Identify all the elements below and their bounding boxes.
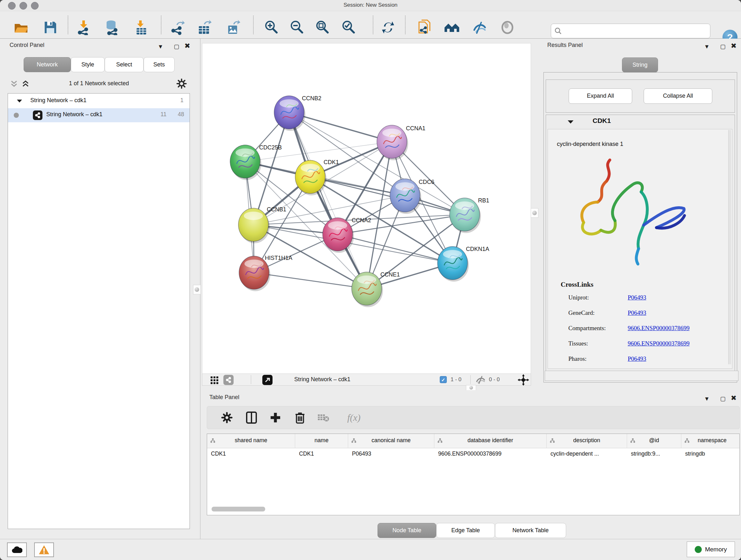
search-field bbox=[551, 23, 711, 38]
tab-sets[interactable]: Sets bbox=[144, 57, 175, 72]
hide-results-eye-button[interactable] bbox=[471, 19, 488, 36]
table-cell[interactable]: stringdb bbox=[681, 448, 740, 461]
create-column-button[interactable] bbox=[268, 410, 283, 425]
table-cell[interactable]: stringdb:9... bbox=[627, 448, 681, 461]
gene-collapse-icon[interactable] bbox=[567, 119, 574, 125]
results-panel-menu-button[interactable]: ▼ bbox=[702, 42, 712, 51]
network-row[interactable]: String Network – cdk1 11 48 bbox=[8, 108, 190, 122]
function-builder-button[interactable]: f(x) bbox=[341, 410, 367, 425]
network-node-cdc25b[interactable] bbox=[230, 145, 261, 180]
import-table-button[interactable] bbox=[133, 19, 150, 36]
tab-edge-table[interactable]: Edge Table bbox=[436, 523, 495, 538]
table-cell[interactable]: CDK1 bbox=[295, 448, 348, 461]
open-in-browser-button[interactable] bbox=[262, 375, 273, 385]
open-session-button[interactable] bbox=[13, 19, 29, 36]
fit-content-button[interactable] bbox=[518, 374, 529, 387]
zoom-out-button[interactable] bbox=[288, 19, 305, 36]
tab-network[interactable]: Network bbox=[23, 57, 71, 72]
export-table-button[interactable] bbox=[197, 19, 213, 36]
column-header-database-identifier[interactable]: database identifier bbox=[434, 434, 547, 448]
horizontal-splitter-handle[interactable] bbox=[466, 385, 476, 390]
expand-all-button[interactable]: Expand All bbox=[569, 88, 632, 104]
cloud-icon bbox=[11, 546, 22, 554]
export-network-button[interactable] bbox=[170, 19, 186, 36]
network-node-rb1[interactable] bbox=[450, 198, 481, 233]
control-panel-menu-button[interactable]: ▼ bbox=[156, 42, 165, 51]
column-header-description[interactable]: description bbox=[547, 434, 627, 448]
zoom-in-button[interactable] bbox=[263, 19, 280, 36]
crosslink-link[interactable]: 9606.ENSP00000378699 bbox=[628, 325, 690, 331]
network-node-ccna1[interactable] bbox=[377, 125, 408, 160]
table-cell[interactable]: 9606.ENSP00000378699 bbox=[434, 448, 547, 461]
results-panel-float-button[interactable]: ▢ bbox=[718, 42, 728, 51]
search-input[interactable] bbox=[564, 24, 705, 37]
birds-eye-view-button[interactable] bbox=[210, 375, 219, 386]
selected-checkbox-icon[interactable]: ✓ bbox=[440, 376, 447, 383]
string-protein-query-button[interactable] bbox=[416, 19, 433, 36]
column-header--id[interactable]: @id bbox=[627, 434, 681, 448]
crosslink-link[interactable]: 9606.ENSP00000378699 bbox=[628, 340, 690, 347]
import-network-file-button[interactable] bbox=[75, 19, 92, 36]
crosslink-link[interactable]: P06493 bbox=[628, 309, 646, 316]
table-cell[interactable]: cyclin-dependent ... bbox=[547, 448, 627, 461]
show-graphics-eye-button[interactable] bbox=[499, 19, 516, 36]
table-cell[interactable]: CDK1 bbox=[207, 448, 295, 461]
network-collection-row[interactable]: String Network – cdk1 1 bbox=[8, 94, 190, 108]
delete-column-button[interactable] bbox=[292, 410, 308, 425]
network-canvas[interactable]: CCNB2CCNA1CDC25BCDK1CDC6RB1CCNB1CCNA2CDK… bbox=[202, 43, 531, 374]
import-network-database-button[interactable] bbox=[104, 19, 120, 36]
network-node-hist1h1a[interactable] bbox=[239, 256, 270, 291]
tab-string[interactable]: String bbox=[622, 57, 658, 72]
string-home-button[interactable] bbox=[444, 19, 460, 36]
results-horizontal-scrollbar[interactable] bbox=[545, 371, 738, 381]
table-panel-float-button[interactable]: ▢ bbox=[718, 394, 728, 403]
memory-button[interactable]: Memory bbox=[687, 542, 735, 557]
table-panel-close-button[interactable]: ✖ bbox=[729, 393, 738, 403]
table-cell[interactable]: P06493 bbox=[348, 448, 434, 461]
export-image-button[interactable] bbox=[225, 19, 242, 36]
string-results-container: Expand All Collapse All CDK1 cyclin-depe… bbox=[543, 72, 737, 382]
tab-node-table[interactable]: Node Table bbox=[378, 523, 436, 538]
toolbar-separator bbox=[373, 16, 374, 34]
left-splitter-handle[interactable] bbox=[193, 285, 201, 294]
column-header-name[interactable]: name bbox=[295, 434, 348, 448]
warnings-button[interactable] bbox=[34, 543, 54, 557]
results-panel-close-button[interactable]: ✖ bbox=[729, 41, 738, 51]
save-session-button[interactable] bbox=[42, 19, 59, 36]
string-style-button[interactable] bbox=[223, 375, 233, 385]
collapse-all-button[interactable]: Collapse All bbox=[644, 88, 712, 104]
right-splitter-handle[interactable] bbox=[531, 208, 538, 218]
tab-select[interactable]: Select bbox=[105, 57, 144, 72]
table-options-button[interactable] bbox=[219, 410, 234, 425]
network-node-cdkn1a[interactable] bbox=[437, 246, 469, 282]
table-horizontal-scrollbar[interactable] bbox=[212, 507, 265, 511]
control-panel-close-button[interactable]: ✖ bbox=[183, 41, 192, 51]
network-node-ccne1[interactable] bbox=[352, 272, 383, 307]
network-node-ccnb1[interactable] bbox=[239, 208, 270, 243]
zoom-selected-button[interactable] bbox=[340, 19, 357, 36]
control-panel-float-button[interactable]: ▢ bbox=[172, 42, 181, 51]
results-vertical-scrollbar[interactable] bbox=[728, 130, 731, 364]
cloud-services-button[interactable] bbox=[7, 543, 27, 557]
network-node-cdc6[interactable] bbox=[390, 179, 421, 214]
network-node-cdk1[interactable] bbox=[295, 160, 327, 195]
results-panel-title: Results Panel bbox=[547, 42, 583, 49]
column-header-canonical-name[interactable]: canonical name bbox=[348, 434, 434, 448]
column-header-shared-name[interactable]: shared name bbox=[207, 434, 295, 448]
expand-all-networks-button[interactable] bbox=[21, 79, 30, 90]
network-options-button[interactable] bbox=[176, 78, 187, 90]
collapse-all-networks-button[interactable] bbox=[10, 79, 18, 90]
show-columns-button[interactable] bbox=[244, 410, 259, 425]
column-header-namespace[interactable]: namespace bbox=[681, 434, 740, 448]
crosslink-link[interactable]: P06493 bbox=[628, 294, 646, 301]
network-node-ccnb2[interactable] bbox=[274, 96, 306, 131]
delete-table-button[interactable] bbox=[316, 410, 331, 425]
crosslink-link[interactable]: P06493 bbox=[628, 355, 646, 362]
tab-style[interactable]: Style bbox=[71, 57, 105, 72]
network-edge[interactable] bbox=[254, 273, 367, 289]
network-edge[interactable] bbox=[289, 112, 367, 289]
refresh-button[interactable] bbox=[380, 19, 396, 36]
table-panel-menu-button[interactable]: ▼ bbox=[702, 394, 712, 403]
tab-network-table[interactable]: Network Table bbox=[495, 523, 566, 538]
zoom-fit-button[interactable] bbox=[314, 19, 331, 36]
